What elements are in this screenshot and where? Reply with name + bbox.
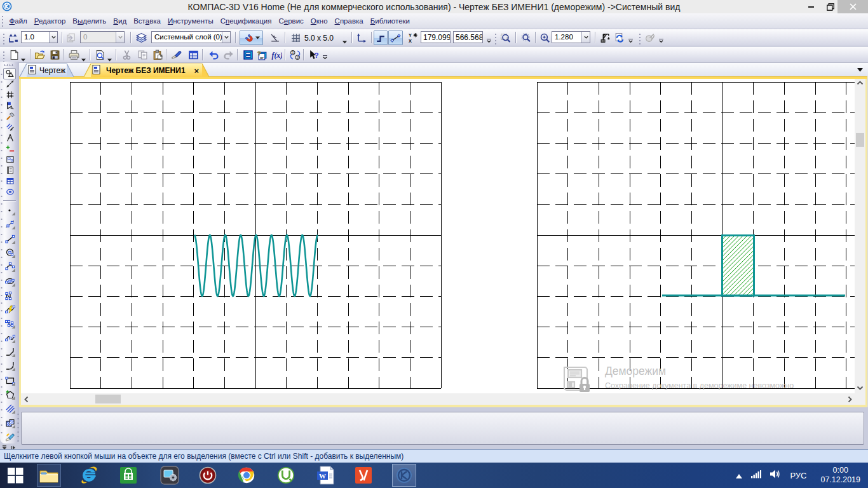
- tab-chertezh-bez-imeni1[interactable]: Чертеж БЕЗ ИМЕНИ1 ×: [84, 64, 209, 77]
- table-icon[interactable]: [186, 48, 200, 62]
- tool-fillet[interactable]: [3, 360, 17, 372]
- menu-item-спецификация[interactable]: Спецификация: [217, 15, 275, 27]
- toolbar-drag-handle[interactable]: [494, 33, 498, 46]
- panel-mode-inserts[interactable]: [4, 187, 15, 197]
- taskbar-icon-kompas[interactable]: [392, 464, 416, 487]
- refresh-icon[interactable]: [612, 30, 626, 44]
- coord-x-field[interactable]: 179.099: [421, 31, 451, 43]
- paste-icon[interactable]: [151, 48, 165, 62]
- zoom-frame-icon[interactable]: [498, 30, 512, 44]
- panel-mode-designations-spds[interactable]: [4, 100, 15, 111]
- menu-item-справка[interactable]: Справка: [331, 15, 367, 27]
- minimize-button[interactable]: [802, 0, 821, 13]
- layers-icon[interactable]: [134, 30, 148, 44]
- menu-item-файл[interactable]: Файл: [6, 15, 31, 27]
- panel-drag-handle[interactable]: [4, 64, 14, 67]
- taskbar-icon-utorrent[interactable]: [274, 464, 298, 487]
- tool-corner-polyline[interactable]: [3, 317, 17, 330]
- layer-combobox[interactable]: Системный слой (0): [151, 31, 231, 43]
- scroll-left-icon[interactable]: [24, 396, 29, 403]
- tool-hatch-area[interactable]: [3, 417, 17, 430]
- tool-polygon[interactable]: [3, 388, 17, 401]
- scroll-up-icon[interactable]: [857, 80, 864, 86]
- tool-ellipse[interactable]: [3, 275, 17, 288]
- panel-mode-designations[interactable]: [4, 90, 15, 100]
- window-help-icon[interactable]: ?: [255, 48, 269, 62]
- tool-rectangle[interactable]: [3, 374, 17, 387]
- tool-paint[interactable]: [3, 431, 17, 444]
- toolbar-more-icon[interactable]: [657, 32, 665, 44]
- taskbar-icon-chrome[interactable]: [234, 464, 259, 487]
- menu-item-окно[interactable]: Окно: [307, 15, 331, 27]
- tool-segment[interactable]: [3, 233, 17, 245]
- scroll-right-icon[interactable]: [847, 396, 853, 403]
- tab-chertezh[interactable]: Чертеж: [20, 64, 74, 77]
- taskbar-icon-store[interactable]: [116, 464, 140, 487]
- zoom-combobox[interactable]: 1.280: [552, 31, 590, 43]
- toolbar-drag-handle[interactable]: [639, 33, 642, 46]
- tab-list-dropdown-icon[interactable]: [853, 64, 866, 76]
- panel-scroll-indicators[interactable]: [2, 445, 17, 450]
- sheet-nav-icon[interactable]: [64, 30, 78, 44]
- panel-mode-assoc-views[interactable]: [4, 154, 15, 165]
- taskbar-icon-explorer[interactable]: [37, 464, 61, 487]
- cut-icon[interactable]: [119, 48, 133, 62]
- menu-item-выделить[interactable]: Выделить: [69, 15, 110, 27]
- toolbar-more-icon[interactable]: [627, 32, 634, 44]
- format-brush-icon[interactable]: [169, 48, 183, 62]
- swap-views-icon[interactable]: 12: [288, 48, 302, 62]
- tool-chamfer[interactable]: [3, 346, 17, 358]
- sheet-number-combobox[interactable]: 0: [80, 31, 125, 43]
- menu-drag-handle[interactable]: [1, 15, 4, 27]
- new-icon[interactable]: [7, 48, 21, 62]
- scroll-down-icon[interactable]: [857, 385, 864, 391]
- network-icon[interactable]: [751, 470, 761, 481]
- tab-close-icon[interactable]: ×: [194, 67, 200, 75]
- magnet-snap-button[interactable]: [240, 30, 263, 45]
- panel-mode-specification[interactable]: [4, 165, 15, 175]
- cursor-step-icon[interactable]: [6, 30, 20, 44]
- menu-item-библиотеки[interactable]: Библиотеки: [367, 15, 413, 27]
- menu-item-вставка[interactable]: Вставка: [130, 15, 165, 27]
- panel-mode-reports[interactable]: [4, 176, 15, 186]
- tool-arc[interactable]: [3, 261, 17, 273]
- tool-curve-lightning[interactable]: [3, 303, 17, 316]
- print-icon[interactable]: [67, 48, 81, 62]
- start-button[interactable]: [3, 464, 27, 487]
- copy-icon[interactable]: [135, 48, 149, 62]
- panel-mode-parametrization[interactable]: [4, 122, 15, 132]
- panel-mode-selection[interactable]: [4, 144, 15, 154]
- grid-icon[interactable]: [288, 30, 302, 44]
- zoom-in-icon[interactable]: [538, 30, 552, 44]
- taskbar-icon-settings[interactable]: [158, 464, 182, 487]
- menu-item-редактор[interactable]: Редактор: [31, 15, 69, 27]
- axes-icon[interactable]: [355, 30, 369, 44]
- tool-continuous-line[interactable]: [3, 289, 17, 302]
- property-bar-drag-handle[interactable]: [17, 412, 20, 444]
- vertical-scrollbar[interactable]: [855, 79, 865, 393]
- horizontal-scrollbar[interactable]: [21, 393, 865, 405]
- tray-hidden-icons-icon[interactable]: [736, 470, 742, 481]
- panel-mode-dimensions[interactable]: [4, 79, 15, 89]
- panel-mode-measure[interactable]: [4, 133, 15, 143]
- menu-item-инструменты[interactable]: Инструменты: [164, 15, 217, 27]
- toolbar-more-icon[interactable]: [321, 50, 329, 61]
- preview-icon[interactable]: [93, 48, 107, 62]
- properties-icon[interactable]: [642, 30, 656, 44]
- drawing-canvas[interactable]: ДеморежимСохранение документа в деморежи…: [21, 79, 855, 393]
- tool-circle[interactable]: [3, 247, 17, 259]
- rebuild-icon[interactable]: [598, 30, 612, 44]
- cursor-step-combobox[interactable]: 1.0: [21, 31, 58, 43]
- open-icon[interactable]: [32, 48, 46, 62]
- volume-icon[interactable]: [770, 470, 781, 481]
- close-button[interactable]: [837, 0, 868, 13]
- save-icon[interactable]: [48, 48, 62, 62]
- panel-mode-geometry[interactable]: [3, 68, 16, 79]
- tool-bezier[interactable]: [3, 332, 17, 344]
- snap-button[interactable]: [388, 30, 403, 45]
- panel-mode-editing[interactable]: [4, 111, 15, 121]
- help-cursor-icon[interactable]: ?: [306, 48, 320, 62]
- coord-y-field[interactable]: 566.568: [453, 31, 483, 43]
- horizontal-scroll-thumb[interactable]: [95, 395, 121, 403]
- toolbar-more-icon[interactable]: [485, 32, 492, 44]
